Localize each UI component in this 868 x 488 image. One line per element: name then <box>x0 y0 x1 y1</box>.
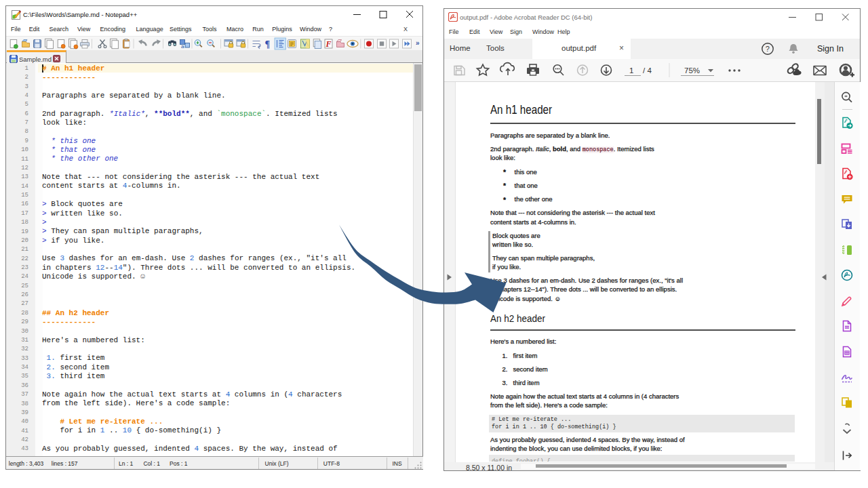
svg-text:F: F <box>326 39 332 49</box>
svg-text:a: a <box>181 43 184 49</box>
svg-text:»: » <box>416 39 420 47</box>
svg-text:/ 4: / 4 <box>643 66 652 75</box>
svg-text:¶: ¶ <box>265 39 271 49</box>
svg-text:75%: 75% <box>684 66 700 75</box>
svg-text:1: 1 <box>629 66 633 75</box>
svg-text:?: ? <box>766 45 770 53</box>
